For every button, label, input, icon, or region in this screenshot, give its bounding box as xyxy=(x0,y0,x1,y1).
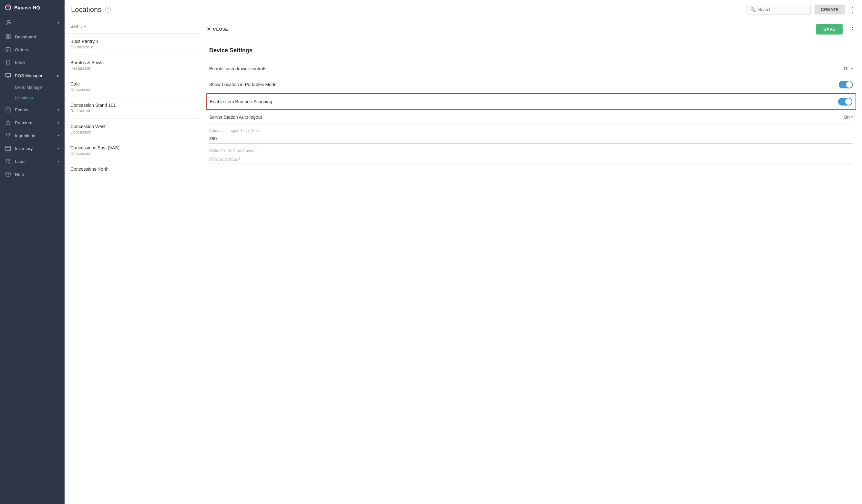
header-right: 🔍 CREATE ⋮ xyxy=(746,4,856,14)
pos-manager-label: POS Manager xyxy=(15,73,43,78)
ingredients-label: Ingredients xyxy=(15,133,37,138)
help-label: Help xyxy=(15,172,24,177)
page-title: Locations xyxy=(71,5,101,14)
sidebar-item-pos-manager[interactable]: POS Manager ▲ xyxy=(0,69,65,82)
location-name: Cafe xyxy=(70,81,194,87)
close-x-icon: ✕ xyxy=(207,26,211,32)
save-button[interactable]: SAVE xyxy=(816,24,843,35)
location-name: Concession Stand 101 xyxy=(70,103,194,108)
svg-point-0 xyxy=(8,20,10,23)
top-header: Locations ? 🔍 CREATE ⋮ xyxy=(65,0,862,19)
offline-credit-group: Offline Credit Card Amount Li... xyxy=(209,149,853,164)
sort-label: Sort... xyxy=(70,24,82,29)
cash-drawer-value: Off xyxy=(844,66,850,71)
sidebar-subitem-locations[interactable]: Locations xyxy=(0,93,65,103)
orders-label: Orders xyxy=(15,48,28,52)
logout-time-input[interactable] xyxy=(209,134,853,144)
help-icon xyxy=(5,171,11,177)
location-type: Restaurant xyxy=(70,109,194,113)
auto-logout-setting: Server Station Auto-logout On ▾ xyxy=(209,110,853,124)
app-name: Bypass HQ xyxy=(14,5,40,10)
create-button[interactable]: CREATE xyxy=(814,4,845,14)
svg-rect-10 xyxy=(6,73,11,77)
svg-point-24 xyxy=(8,175,9,175)
content-area: Sort... ▾ Bucs Pantry 1 Commissary Burri… xyxy=(65,19,862,504)
detail-header: ✕ CLOSE SAVE ⋮ xyxy=(200,19,862,39)
detail-content: Device Settings Enable cash drawer contr… xyxy=(200,39,862,504)
sidebar-item-premium[interactable]: Premium ▾ xyxy=(0,116,65,129)
dashboard-label: Dashboard xyxy=(15,35,36,39)
list-item[interactable]: Concessions East (VAS) Concession xyxy=(65,140,200,161)
svg-rect-1 xyxy=(6,35,8,36)
events-icon xyxy=(5,107,11,112)
events-chevron-icon: ▾ xyxy=(57,108,60,112)
portables-mode-toggle[interactable] xyxy=(839,81,853,89)
sort-button[interactable]: Sort... ▾ xyxy=(70,24,86,29)
svg-point-22 xyxy=(6,159,9,161)
location-type: Concession xyxy=(70,130,194,135)
location-name: Concession West xyxy=(70,124,194,129)
svg-rect-13 xyxy=(6,108,10,112)
location-pin-icon: 📍 xyxy=(5,4,11,10)
list-item[interactable]: Bucs Pantry 1 Commissary xyxy=(65,34,200,55)
sidebar-item-events[interactable]: Events ▾ xyxy=(0,103,65,116)
pos-manager-icon xyxy=(5,72,11,78)
sidebar-nav: Dashboard Orders Kiosk POS Manager ▲ Men… xyxy=(0,30,65,504)
auto-logout-dropdown[interactable]: On ▾ xyxy=(844,115,853,120)
sidebar-item-dashboard[interactable]: Dashboard xyxy=(0,30,65,43)
svg-rect-2 xyxy=(9,35,10,36)
sidebar-item-help[interactable]: Help xyxy=(0,168,65,181)
location-list: Bucs Pantry 1 Commissary Burritos & Bowl… xyxy=(65,34,200,504)
svg-marker-17 xyxy=(6,120,11,125)
svg-rect-19 xyxy=(6,146,11,151)
inventory-chevron-icon: ▾ xyxy=(57,146,60,151)
labor-chevron-icon: ▾ xyxy=(57,159,60,163)
list-item[interactable]: Concession West Concession xyxy=(65,119,200,140)
toggle-knob xyxy=(845,98,852,105)
list-item[interactable]: Burritos & Bowls Restaurant xyxy=(65,55,200,76)
premium-icon xyxy=(5,120,11,125)
list-panel: Sort... ▾ Bucs Pantry 1 Commissary Burri… xyxy=(65,19,200,504)
location-type: Concession xyxy=(70,88,194,92)
list-item[interactable]: Concessions North xyxy=(65,161,200,178)
list-item[interactable]: Cafe Concession xyxy=(65,76,200,97)
cash-drawer-setting: Enable cash drawer controls Off ▾ xyxy=(209,62,853,76)
sidebar-item-ingredients[interactable]: Ingredients ▾ xyxy=(0,129,65,142)
sidebar-item-kiosk[interactable]: Kiosk xyxy=(0,56,65,69)
device-settings-title: Device Settings xyxy=(209,47,853,54)
header-more-icon[interactable]: ⋮ xyxy=(849,6,856,14)
cash-drawer-dropdown[interactable]: Off ▾ xyxy=(844,66,853,71)
sidebar-item-orders[interactable]: Orders xyxy=(0,43,65,56)
sidebar: 📍 Bypass HQ ▾ Dashboard Orders Kiosk xyxy=(0,0,65,504)
list-item[interactable]: Concession Stand 101 Restaurant xyxy=(65,97,200,119)
portables-mode-label: Show Location in Portables Mode xyxy=(209,82,839,87)
labor-label: Labor xyxy=(15,159,26,164)
sort-chevron-icon: ▾ xyxy=(84,24,86,29)
sidebar-item-labor[interactable]: Labor ▾ xyxy=(0,155,65,168)
premium-label: Premium xyxy=(15,120,32,125)
sidebar-subitem-menu-manager[interactable]: Menu Manager xyxy=(0,82,65,93)
barcode-scanning-toggle[interactable] xyxy=(838,98,852,106)
cash-drawer-label: Enable cash drawer controls xyxy=(209,66,844,71)
search-box[interactable]: 🔍 xyxy=(746,5,811,14)
toggle-knob xyxy=(846,81,852,88)
user-menu[interactable]: ▾ xyxy=(0,15,65,30)
page-help-icon[interactable]: ? xyxy=(105,7,111,13)
location-name: Concessions East (VAS) xyxy=(70,145,194,150)
ingredients-chevron-icon: ▾ xyxy=(57,134,60,138)
detail-more-icon[interactable]: ⋮ xyxy=(849,26,856,33)
logout-time-label: Automatic Logout Time Thre... xyxy=(209,129,853,133)
auto-logout-value: On xyxy=(844,115,850,120)
search-input[interactable] xyxy=(758,7,807,12)
sidebar-header: 📍 Bypass HQ xyxy=(0,0,65,15)
location-type: Commissary xyxy=(70,45,194,49)
labor-icon xyxy=(5,158,11,164)
portables-mode-setting: Show Location in Portables Mode xyxy=(209,76,853,93)
cash-drawer-chevron-icon: ▾ xyxy=(851,66,853,71)
auto-logout-label: Server Station Auto-logout xyxy=(209,115,844,120)
main-content: Locations ? 🔍 CREATE ⋮ Sort... ▾ Bucs Pa… xyxy=(65,0,862,504)
offline-credit-input[interactable] xyxy=(209,155,853,164)
sidebar-item-inventory[interactable]: Inventory ▾ xyxy=(0,142,65,155)
list-toolbar: Sort... ▾ xyxy=(65,19,200,34)
close-button[interactable]: ✕ CLOSE xyxy=(207,26,228,32)
